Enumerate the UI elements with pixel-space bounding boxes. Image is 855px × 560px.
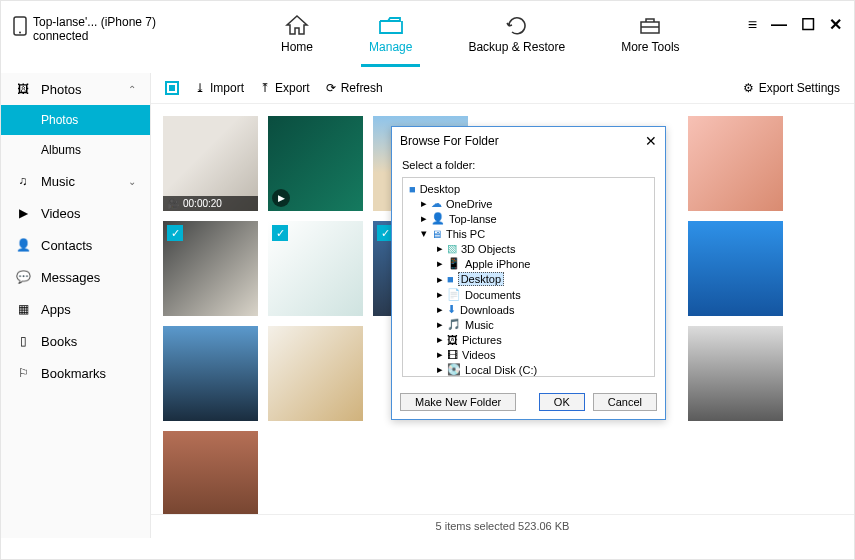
photo-thumb[interactable] (163, 326, 258, 421)
tab-home[interactable]: Home (273, 9, 321, 64)
tree-node[interactable]: ▸📄Documents (409, 287, 648, 302)
tree-node[interactable]: ▸💽Local Disk (C:) (409, 362, 648, 377)
sidebar-item-contacts[interactable]: 👤 Contacts (1, 229, 150, 261)
cloud-icon: ☁ (431, 197, 442, 210)
photo-thumb[interactable]: ✓ (268, 221, 363, 316)
bookmark-icon: ⚐ (15, 365, 31, 381)
expand-icon[interactable]: ▸ (437, 303, 443, 316)
export-button[interactable]: ⤒Export (260, 81, 310, 95)
chevron-up-icon: ⌃ (128, 84, 136, 95)
dialog-title: Browse For Folder (400, 134, 499, 148)
device-name: Top-lanse'... (iPhone 7) (33, 15, 156, 29)
sidebar-item-messages[interactable]: 💬 Messages (1, 261, 150, 293)
expand-icon[interactable]: ▸ (421, 212, 427, 225)
status-bar: 5 items selected 523.06 KB (151, 514, 854, 536)
folder-icon: ▧ (447, 242, 457, 255)
camcorder-icon: 🎥 (167, 198, 179, 209)
chevron-down-icon: ⌄ (128, 176, 136, 187)
download-icon: ⬇ (447, 303, 456, 316)
tree-node[interactable]: ▾🖥This PC (409, 226, 648, 241)
tree-node[interactable]: ▸📱Apple iPhone (409, 256, 648, 271)
desktop-icon: ■ (447, 273, 454, 285)
music-icon: ♫ (15, 173, 31, 189)
tree-node[interactable]: ▸⬇Downloads (409, 302, 648, 317)
tree-node[interactable]: ▸🎞Videos (409, 347, 648, 362)
collapse-icon[interactable]: ▾ (421, 227, 427, 240)
refresh-icon: ⟳ (326, 81, 336, 95)
sidebar-item-apps[interactable]: ▦ Apps (1, 293, 150, 325)
export-icon: ⤒ (260, 81, 270, 95)
tab-backup[interactable]: Backup & Restore (460, 9, 573, 64)
gear-icon: ⚙ (743, 81, 754, 95)
sidebar-item-music[interactable]: ♫ Music ⌄ (1, 165, 150, 197)
tab-tools[interactable]: More Tools (613, 9, 687, 64)
video-duration: 🎥00:00:20 (163, 196, 258, 211)
sidebar-item-bookmarks[interactable]: ⚐ Bookmarks (1, 357, 150, 389)
maximize-button[interactable]: ☐ (801, 15, 815, 34)
user-icon: 👤 (431, 212, 445, 225)
close-button[interactable]: ✕ (829, 15, 842, 34)
tree-node[interactable]: ▸👤Top-lanse (409, 211, 648, 226)
svg-point-1 (19, 32, 21, 34)
photo-thumb[interactable]: 🎥00:00:20 (163, 116, 258, 211)
tree-node[interactable]: ▸▧3D Objects (409, 241, 648, 256)
expand-icon[interactable]: ▸ (437, 363, 443, 376)
music-icon: 🎵 (447, 318, 461, 331)
photo-thumb[interactable] (688, 326, 783, 421)
sidebar-sub-albums[interactable]: Albums (1, 135, 150, 165)
import-button[interactable]: ⤓Import (195, 81, 244, 95)
play-overlay-icon: ▶ (272, 189, 290, 207)
expand-icon[interactable]: ▸ (437, 242, 443, 255)
tab-manage[interactable]: Manage (361, 9, 420, 67)
photo-thumb[interactable] (688, 116, 783, 211)
picture-icon: 🖼 (447, 334, 458, 346)
toolbox-icon (636, 13, 664, 37)
sidebar-item-books[interactable]: ▯ Books (1, 325, 150, 357)
home-icon (283, 13, 311, 37)
cancel-button[interactable]: Cancel (593, 393, 657, 411)
expand-icon[interactable]: ▸ (437, 318, 443, 331)
checkmark-icon: ✓ (272, 225, 288, 241)
sidebar-item-photos[interactable]: 🖼 Photos ⌃ (1, 73, 150, 105)
menu-icon[interactable]: ≡ (748, 16, 757, 34)
restore-icon (503, 13, 531, 37)
dialog-prompt: Select a folder: (402, 159, 655, 171)
phone-icon: 📱 (447, 257, 461, 270)
pc-icon: 🖥 (431, 228, 442, 240)
expand-icon[interactable]: ▸ (437, 257, 443, 270)
dialog-close-button[interactable]: ✕ (645, 133, 657, 149)
expand-icon[interactable]: ▸ (437, 333, 443, 346)
sidebar-sub-photos[interactable]: Photos (1, 105, 150, 135)
phone-icon (13, 16, 27, 36)
sidebar-item-videos[interactable]: ▶ Videos (1, 197, 150, 229)
make-new-folder-button[interactable]: Make New Folder (400, 393, 516, 411)
ok-button[interactable]: OK (539, 393, 585, 411)
photo-thumb[interactable]: ✓ (163, 221, 258, 316)
tree-node[interactable]: ■Desktop (409, 182, 648, 196)
tree-node-selected[interactable]: ▸■Desktop (409, 271, 648, 287)
export-settings-button[interactable]: ⚙Export Settings (743, 81, 840, 95)
expand-icon[interactable]: ▸ (437, 348, 443, 361)
device-status: connected (33, 29, 156, 43)
tree-node[interactable]: ▸☁OneDrive (409, 196, 648, 211)
expand-icon[interactable]: ▸ (421, 197, 427, 210)
device-info: Top-lanse'... (iPhone 7) connected (13, 9, 213, 43)
photo-thumb[interactable] (688, 221, 783, 316)
photo-thumb[interactable] (268, 326, 363, 421)
minimize-button[interactable]: — (771, 16, 787, 34)
photo-thumb[interactable] (163, 431, 258, 514)
sidebar: 🖼 Photos ⌃ Photos Albums ♫ Music ⌄ ▶ Vid… (1, 73, 151, 538)
import-icon: ⤓ (195, 81, 205, 95)
select-all-checkbox[interactable] (165, 81, 179, 95)
folder-icon (377, 13, 405, 37)
tree-node[interactable]: ▸🖼Pictures (409, 332, 648, 347)
document-icon: 📄 (447, 288, 461, 301)
photo-thumb[interactable]: ▶ (268, 116, 363, 211)
tree-node[interactable]: ▸🎵Music (409, 317, 648, 332)
refresh-button[interactable]: ⟳Refresh (326, 81, 383, 95)
expand-icon[interactable]: ▸ (437, 288, 443, 301)
desktop-icon: ■ (409, 183, 416, 195)
apps-icon: ▦ (15, 301, 31, 317)
expand-icon[interactable]: ▸ (437, 273, 443, 286)
folder-tree[interactable]: ■Desktop ▸☁OneDrive ▸👤Top-lanse ▾🖥This P… (402, 177, 655, 377)
